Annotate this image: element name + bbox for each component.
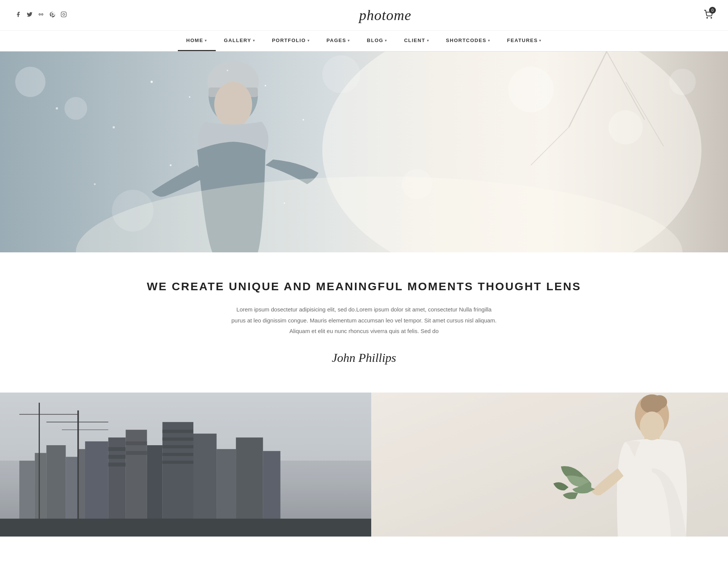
svg-point-5 [711, 17, 712, 18]
nav-client[interactable]: CLIENT ▾ [396, 31, 438, 51]
nav-home[interactable]: HOME ▾ [178, 31, 216, 51]
cart-area[interactable]: 0 [704, 10, 713, 20]
nav-gallery[interactable]: GALLERY ▾ [216, 31, 264, 51]
chevron-down-icon: ▾ [427, 39, 430, 42]
signature-svg: John Phillips [330, 346, 398, 367]
social-icons [15, 11, 67, 19]
svg-rect-2 [61, 12, 66, 17]
pinterest-icon[interactable] [49, 11, 55, 19]
site-logo[interactable]: photome [359, 7, 411, 23]
hero-section [0, 52, 728, 252]
svg-point-1 [41, 14, 43, 15]
svg-point-8 [64, 97, 87, 120]
content-heading: WE CREATE UNIQUE AND MEANINGFUL MOMENTS … [76, 279, 652, 294]
svg-text:John Phillips: John Phillips [332, 351, 396, 365]
instagram-icon[interactable] [61, 11, 67, 19]
svg-rect-68 [0, 393, 371, 537]
svg-point-7 [15, 67, 46, 97]
signature: John Phillips [76, 346, 652, 370]
chevron-down-icon: ▾ [385, 39, 388, 42]
main-nav: HOME ▾ GALLERY ▾ PORTFOLIO ▾ PAGES ▾ BLO… [0, 31, 728, 52]
svg-point-22 [113, 126, 115, 128]
chevron-down-icon: ▾ [539, 39, 542, 42]
nav-portfolio[interactable]: PORTFOLIO ▾ [264, 31, 318, 51]
flickr-icon[interactable] [38, 11, 44, 19]
nav-shortcodes[interactable]: SHORTCODES ▾ [438, 31, 499, 51]
grid-left-image [0, 393, 371, 537]
chevron-down-icon: ▾ [308, 39, 310, 42]
content-section: WE CREATE UNIQUE AND MEANINGFUL MOMENTS … [0, 252, 728, 393]
nav-blog[interactable]: BLOG ▾ [359, 31, 396, 51]
svg-point-4 [707, 17, 708, 18]
facebook-icon[interactable] [15, 11, 21, 19]
svg-point-24 [170, 164, 172, 166]
nav-features[interactable]: FEATURES ▾ [499, 31, 550, 51]
chevron-down-icon: ▾ [488, 39, 491, 42]
chevron-down-icon: ▾ [348, 39, 350, 42]
svg-point-29 [227, 70, 228, 71]
chevron-down-icon: ▾ [253, 39, 256, 42]
bottom-grid [0, 393, 728, 537]
top-bar: photome 0 [0, 0, 728, 31]
svg-point-21 [189, 96, 190, 98]
svg-point-19 [214, 82, 252, 127]
twitter-icon[interactable] [27, 11, 33, 19]
svg-point-25 [56, 107, 58, 110]
hero-image [0, 52, 728, 252]
svg-point-26 [303, 119, 304, 120]
nav-pages[interactable]: PAGES ▾ [318, 31, 359, 51]
svg-rect-76 [371, 393, 728, 537]
cart-count: 0 [709, 7, 716, 14]
chevron-down-icon: ▾ [205, 39, 207, 42]
svg-point-0 [39, 14, 41, 15]
svg-point-20 [151, 81, 153, 83]
svg-point-23 [265, 85, 266, 86]
content-body: Lorem ipsum dosectetur adipisicing elit,… [231, 304, 497, 337]
grid-right-image [371, 393, 728, 537]
svg-point-27 [94, 183, 96, 185]
